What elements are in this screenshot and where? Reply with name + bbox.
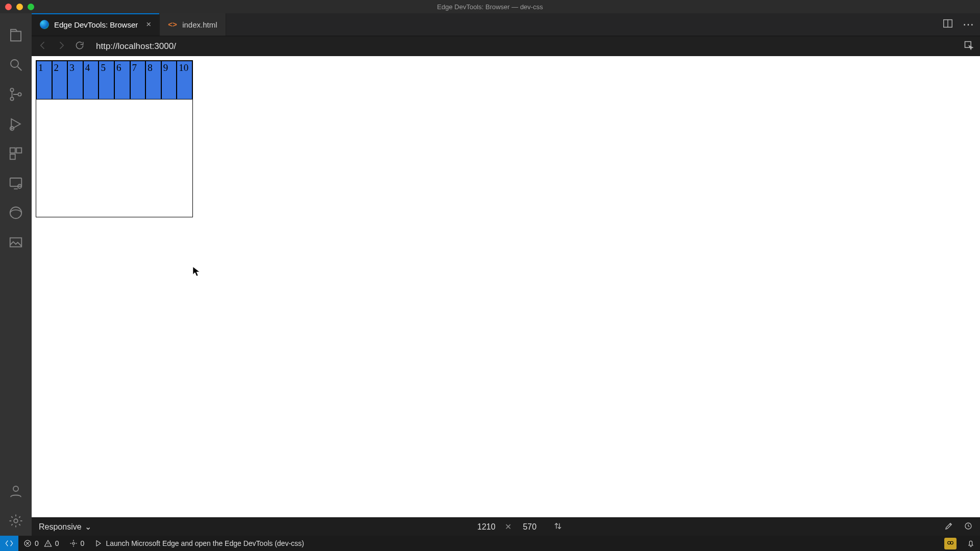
tab-label: Edge DevTools: Browser	[54, 20, 138, 29]
close-tab-icon[interactable]: ×	[146, 19, 151, 30]
inspect-element-icon[interactable]	[964, 40, 974, 53]
split-editor-icon[interactable]	[942, 18, 953, 31]
grid-cell: 8	[145, 61, 161, 99]
debug-launch-config[interactable]: Launch Microsoft Edge and open the Edge …	[89, 539, 309, 547]
copilot-icon	[944, 538, 957, 549]
grid-cell: 9	[161, 61, 177, 99]
svg-point-1	[10, 88, 13, 91]
viewport-height-input[interactable]	[517, 522, 543, 532]
html-file-icon: <>	[168, 20, 177, 29]
search-icon[interactable]	[7, 56, 24, 73]
minimize-window-button[interactable]	[16, 4, 23, 10]
svg-point-10	[10, 207, 22, 219]
screencast-refresh-icon[interactable]	[964, 521, 973, 533]
remote-explorer-icon[interactable]	[7, 174, 24, 192]
close-window-button[interactable]	[5, 4, 12, 10]
browser-viewport[interactable]: 1 2 3 4 5 6 7 8 9 10	[32, 56, 980, 517]
svg-point-3	[18, 93, 21, 96]
launch-config-label: Launch Microsoft Edge and open the Edge …	[106, 539, 304, 547]
outer-box: 1 2 3 4 5 6 7 8 9 10	[36, 60, 193, 217]
grid-cell: 5	[99, 61, 114, 99]
settings-gear-icon[interactable]	[7, 512, 24, 530]
copilot-status[interactable]	[939, 538, 962, 549]
svg-point-18	[72, 542, 75, 544]
ports-indicator[interactable]: 0	[64, 539, 90, 547]
browser-toolbar: http://localhost:3000/	[32, 36, 980, 56]
chevron-down-icon: ⌄	[85, 522, 91, 532]
editor-tabs: Edge DevTools: Browser × <> index.html ⋯	[32, 13, 980, 36]
svg-rect-5	[10, 148, 15, 153]
reload-button[interactable]	[75, 40, 85, 53]
grid-cell: 2	[52, 61, 68, 99]
traffic-lights	[0, 4, 34, 10]
svg-rect-7	[10, 154, 15, 159]
grid-cell: 6	[114, 61, 130, 99]
rotate-orientation-icon[interactable]	[553, 521, 562, 533]
device-mode-dropdown[interactable]: Responsive ⌄	[39, 522, 91, 532]
svg-point-19	[948, 541, 950, 544]
error-count: 0	[35, 539, 39, 547]
grid-cell: 10	[177, 61, 192, 99]
svg-point-13	[14, 519, 18, 523]
edge-icon	[40, 20, 49, 29]
back-button[interactable]	[38, 40, 48, 53]
explorer-icon[interactable]	[7, 27, 24, 44]
more-actions-icon[interactable]: ⋯	[963, 18, 974, 31]
svg-point-12	[13, 486, 18, 491]
device-mode-label: Responsive	[39, 522, 82, 532]
svg-rect-11	[10, 238, 22, 247]
edge-tools-icon[interactable]	[7, 204, 24, 221]
tab-index-html[interactable]: <> index.html	[160, 13, 226, 36]
svg-rect-8	[10, 178, 22, 186]
tab-edge-devtools-browser[interactable]: Edge DevTools: Browser ×	[32, 13, 160, 36]
run-debug-icon[interactable]	[7, 115, 24, 133]
accounts-icon[interactable]	[7, 483, 24, 500]
status-bar: 0 0 0 Launch Microsoft Edge and open the…	[0, 536, 980, 551]
svg-point-0	[11, 60, 18, 67]
grid-cell: 3	[67, 61, 83, 99]
zoom-window-button[interactable]	[28, 4, 34, 10]
problems-errors[interactable]: 0	[18, 539, 44, 547]
ports-count: 0	[81, 539, 85, 547]
dimension-separator-icon: ✕	[505, 522, 511, 532]
forward-button[interactable]	[56, 40, 66, 53]
viewport-dimensions: ✕	[473, 521, 562, 533]
mouse-cursor-icon	[192, 266, 200, 277]
grid-cell: 4	[83, 61, 99, 99]
viewport-width-input[interactable]	[473, 522, 500, 532]
svg-point-20	[950, 541, 953, 544]
tab-label: index.html	[182, 20, 217, 29]
svg-point-2	[10, 97, 13, 101]
edit-css-icon[interactable]	[944, 521, 953, 533]
window-titlebar: Edge DevTools: Browser — dev-css	[0, 0, 980, 13]
activity-bar	[0, 13, 32, 536]
address-bar[interactable]: http://localhost:3000/	[93, 41, 955, 52]
page-content: 1 2 3 4 5 6 7 8 9 10	[36, 60, 193, 217]
warning-count: 0	[55, 539, 59, 547]
grid-row: 1 2 3 4 5 6 7 8 9 10	[36, 61, 192, 99]
grid-cell: 1	[36, 61, 52, 99]
extensions-icon[interactable]	[7, 145, 24, 162]
problems-warnings[interactable]: 0	[44, 539, 64, 547]
remote-indicator[interactable]	[0, 536, 18, 551]
notifications-bell-icon[interactable]	[962, 539, 980, 547]
window-title: Edge DevTools: Browser — dev-css	[437, 3, 543, 11]
device-toolbar: Responsive ⌄ ✕	[32, 517, 980, 536]
svg-rect-6	[16, 148, 21, 153]
image-preview-icon[interactable]	[7, 234, 24, 251]
grid-cell: 7	[130, 61, 146, 99]
source-control-icon[interactable]	[7, 86, 24, 103]
